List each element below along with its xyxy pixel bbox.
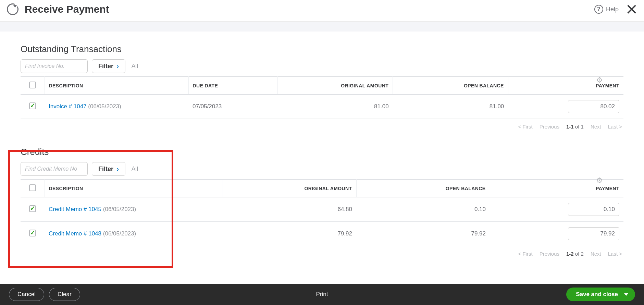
payment-input[interactable] — [568, 100, 619, 113]
pager-next[interactable]: Next — [591, 251, 601, 257]
original-amount: 81.00 — [277, 95, 393, 119]
col-open-balance: OPEN BALANCE — [393, 77, 508, 95]
help-button[interactable]: ? Help — [594, 5, 619, 14]
invoice-link[interactable]: Invoice # 1047 — [49, 103, 87, 110]
col-due-date: DUE DATE — [188, 77, 277, 95]
clear-button[interactable]: Clear — [49, 288, 80, 301]
find-invoice-input[interactable] — [21, 59, 88, 73]
page-header: Receive Payment ? Help — [0, 0, 644, 22]
original-amount: 79.92 — [223, 222, 356, 246]
credit-date: (06/05/2023) — [103, 230, 136, 237]
filter-outstanding-button[interactable]: Filter › — [92, 59, 125, 73]
original-amount: 64.80 — [223, 197, 356, 222]
select-all-credits[interactable] — [29, 184, 36, 191]
table-row: Credit Memo # 1045 (06/05/2023) 64.80 0.… — [21, 197, 623, 222]
help-label: Help — [606, 6, 619, 13]
row-checkbox[interactable] — [29, 102, 36, 109]
col-description: DESCRIPTION — [45, 77, 188, 95]
col-original-amount: ORIGINAL AMOUNT — [277, 77, 393, 95]
table-row: Invoice # 1047 (06/05/2023) 07/05/2023 8… — [21, 95, 623, 119]
credits-table: DESCRIPTION ORIGINAL AMOUNT OPEN BALANCE… — [21, 179, 623, 246]
close-button[interactable] — [626, 4, 637, 15]
credit-date: (06/05/2023) — [103, 206, 136, 212]
credits-section: Credits Filter › All ⚙ DESCRIPTION ORIGI… — [21, 147, 623, 257]
chevron-right-icon: › — [117, 63, 119, 70]
pager-first[interactable]: < First — [518, 251, 533, 257]
outstanding-title: Outstanding Transactions — [21, 44, 623, 54]
col-description: DESCRIPTION — [45, 180, 223, 197]
cancel-button[interactable]: Cancel — [9, 288, 44, 301]
col-open-balance: OPEN BALANCE — [356, 180, 490, 197]
pager-previous[interactable]: Previous — [540, 124, 559, 130]
col-original-amount: ORIGINAL AMOUNT — [223, 180, 356, 197]
pager-last[interactable]: Last > — [608, 124, 622, 130]
pager-last[interactable]: Last > — [608, 251, 622, 257]
credits-pager: < First Previous 1-2 of 2 Next Last > — [21, 246, 623, 257]
page-title: Receive Payment — [25, 3, 109, 15]
filter-scope: All — [132, 63, 138, 70]
open-balance: 79.92 — [356, 222, 490, 246]
filter-credits-button[interactable]: Filter › — [92, 162, 125, 176]
credit-link[interactable]: Credit Memo # 1045 — [49, 206, 101, 212]
col-payment: PAYMENT — [490, 180, 623, 197]
select-all-outstanding[interactable] — [29, 82, 36, 88]
due-date: 07/05/2023 — [188, 95, 277, 119]
outstanding-pager: < First Previous 1-1 of 1 Next Last > — [21, 119, 623, 130]
invoice-date: (06/05/2023) — [88, 103, 121, 110]
print-button[interactable]: Print — [316, 291, 328, 298]
col-payment: PAYMENT — [508, 77, 623, 95]
outstanding-table: DESCRIPTION DUE DATE ORIGINAL AMOUNT OPE… — [21, 76, 623, 119]
caret-down-icon — [624, 293, 628, 296]
history-icon[interactable] — [7, 3, 18, 15]
footer-bar: Cancel Clear Print Save and close — [0, 284, 644, 305]
find-credit-input[interactable] — [21, 162, 88, 176]
row-checkbox[interactable] — [29, 205, 36, 212]
pager-next[interactable]: Next — [591, 124, 601, 130]
chevron-right-icon: › — [117, 166, 119, 173]
table-row: Credit Memo # 1048 (06/05/2023) 79.92 79… — [21, 222, 623, 246]
band-divider — [0, 22, 644, 32]
filter-scope: All — [132, 166, 138, 172]
credits-title: Credits — [21, 147, 623, 157]
row-checkbox[interactable] — [29, 230, 36, 236]
pager-previous[interactable]: Previous — [540, 251, 559, 257]
gear-icon[interactable]: ⚙ — [596, 176, 603, 185]
pager-first[interactable]: < First — [518, 124, 533, 130]
help-icon: ? — [594, 5, 603, 14]
open-balance: 0.10 — [356, 197, 490, 222]
gear-icon[interactable]: ⚙ — [596, 76, 603, 85]
payment-input[interactable] — [568, 203, 619, 216]
credit-link[interactable]: Credit Memo # 1048 — [49, 230, 101, 237]
outstanding-section: Outstanding Transactions Filter › All ⚙ — [21, 44, 623, 130]
payment-input[interactable] — [568, 227, 619, 240]
save-and-close-button[interactable]: Save and close — [566, 288, 635, 301]
open-balance: 81.00 — [393, 95, 508, 119]
